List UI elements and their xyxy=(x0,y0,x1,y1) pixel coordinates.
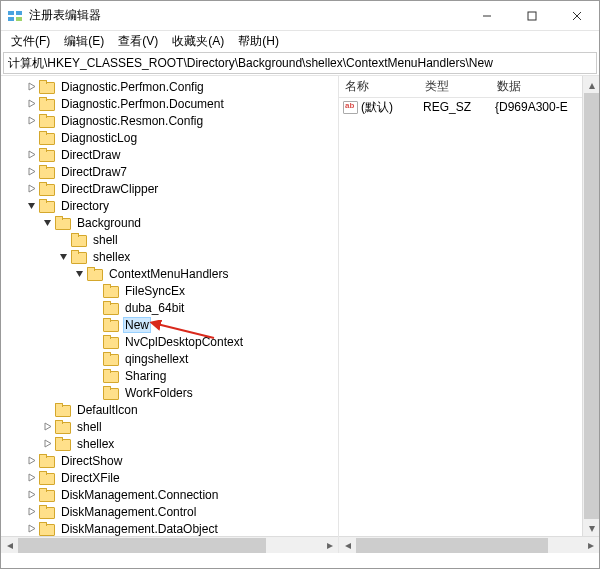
tree-item[interactable]: Directory xyxy=(9,197,339,214)
tree-item[interactable]: Diagnostic.Perfmon.Document xyxy=(9,95,339,112)
chevron-down-icon[interactable] xyxy=(25,200,37,212)
tree-item[interactable]: ContextMenuHandlers xyxy=(9,265,339,282)
maximize-button[interactable] xyxy=(509,1,554,30)
tree-item-label: DiskManagement.Connection xyxy=(59,488,220,502)
tree-item[interactable]: DefaultIcon xyxy=(9,401,339,418)
folder-icon xyxy=(39,148,55,162)
chevron-right-icon[interactable] xyxy=(25,81,37,93)
tree-item-label: DirectXFile xyxy=(59,471,122,485)
scroll-track[interactable] xyxy=(18,537,321,554)
tree-item-label: DirectShow xyxy=(59,454,124,468)
scroll-right-icon[interactable]: ▸ xyxy=(582,537,599,554)
folder-icon xyxy=(103,352,119,366)
minimize-button[interactable] xyxy=(464,1,509,30)
scroll-left-icon[interactable]: ◂ xyxy=(1,537,18,554)
chevron-right-icon[interactable] xyxy=(25,455,37,467)
chevron-right-icon[interactable] xyxy=(25,183,37,195)
chevron-down-icon[interactable] xyxy=(41,217,53,229)
tree-item[interactable]: New xyxy=(9,316,339,333)
chevron-right-icon[interactable] xyxy=(41,438,53,450)
folder-icon xyxy=(103,318,119,332)
address-bar[interactable]: 计算机\HKEY_CLASSES_ROOT\Directory\Backgrou… xyxy=(3,52,597,74)
tree-item[interactable]: DirectXFile xyxy=(9,469,339,486)
tree-item[interactable]: shell xyxy=(9,231,339,248)
chevron-right-icon[interactable] xyxy=(25,472,37,484)
chevron-down-icon[interactable] xyxy=(73,268,85,280)
menu-favorites[interactable]: 收藏夹(A) xyxy=(166,32,230,51)
column-name[interactable]: 名称 xyxy=(345,78,425,95)
tree-item[interactable]: DirectDrawClipper xyxy=(9,180,339,197)
tree-item-label: DiskManagement.DataObject xyxy=(59,522,220,536)
svg-rect-3 xyxy=(16,17,22,21)
tree-item[interactable]: Diagnostic.Perfmon.Config xyxy=(9,78,339,95)
tree-item[interactable]: DirectShow xyxy=(9,452,339,469)
scroll-thumb[interactable] xyxy=(18,538,266,553)
menu-view[interactable]: 查看(V) xyxy=(112,32,164,51)
tree-item-label: WorkFolders xyxy=(123,386,195,400)
values-header: 名称 类型 数据 xyxy=(339,76,599,98)
tree-item-label: DiagnosticLog xyxy=(59,131,139,145)
folder-icon xyxy=(39,114,55,128)
chevron-right-icon[interactable] xyxy=(25,523,37,535)
tree-item[interactable]: DirectDraw xyxy=(9,146,339,163)
scroll-right-icon[interactable]: ▸ xyxy=(321,537,338,554)
tree-item[interactable]: shellex xyxy=(9,248,339,265)
registry-tree[interactable]: Diagnostic.Perfmon.ConfigDiagnostic.Perf… xyxy=(9,78,339,553)
tree-item-label: shellex xyxy=(91,250,132,264)
folder-icon xyxy=(71,233,87,247)
tree-horizontal-scrollbar[interactable]: ◂ ▸ xyxy=(1,536,338,553)
tree-item[interactable]: Diagnostic.Resmon.Config xyxy=(9,112,339,129)
tree-item-label: DiskManagement.Control xyxy=(59,505,198,519)
folder-icon xyxy=(39,454,55,468)
values-list[interactable]: (默认)REG_SZ{D969A300-E xyxy=(339,98,599,116)
close-button[interactable] xyxy=(554,1,599,30)
menu-file[interactable]: 文件(F) xyxy=(5,32,56,51)
scroll-thumb[interactable] xyxy=(584,93,599,519)
tree-item[interactable]: DiskManagement.Connection xyxy=(9,486,339,503)
chevron-right-icon[interactable] xyxy=(25,98,37,110)
tree-item[interactable]: WorkFolders xyxy=(9,384,339,401)
chevron-right-icon[interactable] xyxy=(25,506,37,518)
chevron-right-icon[interactable] xyxy=(25,166,37,178)
folder-icon xyxy=(39,80,55,94)
tree-item[interactable]: DirectDraw7 xyxy=(9,163,339,180)
tree-item[interactable]: shellex xyxy=(9,435,339,452)
scroll-left-icon[interactable]: ◂ xyxy=(339,537,356,554)
folder-icon xyxy=(39,488,55,502)
chevron-right-icon[interactable] xyxy=(41,421,53,433)
tree-item-label: Diagnostic.Perfmon.Document xyxy=(59,97,226,111)
tree-item[interactable]: NvCplDesktopContext xyxy=(9,333,339,350)
tree-item-label: DirectDraw7 xyxy=(59,165,129,179)
tree-item[interactable]: qingshellext xyxy=(9,350,339,367)
scroll-up-icon[interactable]: ▴ xyxy=(583,76,599,93)
tree-item[interactable]: DiagnosticLog xyxy=(9,129,339,146)
tree-item-label: qingshellext xyxy=(123,352,190,366)
chevron-right-icon[interactable] xyxy=(25,149,37,161)
tree-item-label: Directory xyxy=(59,199,111,213)
column-type[interactable]: 类型 xyxy=(425,78,497,95)
value-row[interactable]: (默认)REG_SZ{D969A300-E xyxy=(339,98,599,116)
tree-item-label: Diagnostic.Perfmon.Config xyxy=(59,80,206,94)
scroll-thumb[interactable] xyxy=(356,538,548,553)
menu-help[interactable]: 帮助(H) xyxy=(232,32,285,51)
chevron-down-icon[interactable] xyxy=(57,251,69,263)
tree-item[interactable]: duba_64bit xyxy=(9,299,339,316)
svg-rect-0 xyxy=(8,11,14,15)
tree-item[interactable]: Background xyxy=(9,214,339,231)
chevron-right-icon[interactable] xyxy=(25,489,37,501)
svg-rect-1 xyxy=(16,11,22,15)
tree-item[interactable]: shell xyxy=(9,418,339,435)
tree-item-label: DirectDraw xyxy=(59,148,122,162)
tree-item[interactable]: DiskManagement.DataObject xyxy=(9,520,339,537)
window-controls xyxy=(464,1,599,30)
titlebar: 注册表编辑器 xyxy=(1,1,599,31)
scroll-down-icon[interactable]: ▾ xyxy=(583,519,599,536)
tree-item[interactable]: FileSyncEx xyxy=(9,282,339,299)
chevron-right-icon[interactable] xyxy=(25,115,37,127)
tree-pane: Diagnostic.Perfmon.ConfigDiagnostic.Perf… xyxy=(1,76,339,553)
values-vertical-scrollbar[interactable]: ▴ ▾ xyxy=(582,76,599,536)
values-horizontal-scrollbar[interactable]: ◂ ▸ xyxy=(339,536,599,553)
tree-item[interactable]: DiskManagement.Control xyxy=(9,503,339,520)
menu-edit[interactable]: 编辑(E) xyxy=(58,32,110,51)
tree-item[interactable]: Sharing xyxy=(9,367,339,384)
